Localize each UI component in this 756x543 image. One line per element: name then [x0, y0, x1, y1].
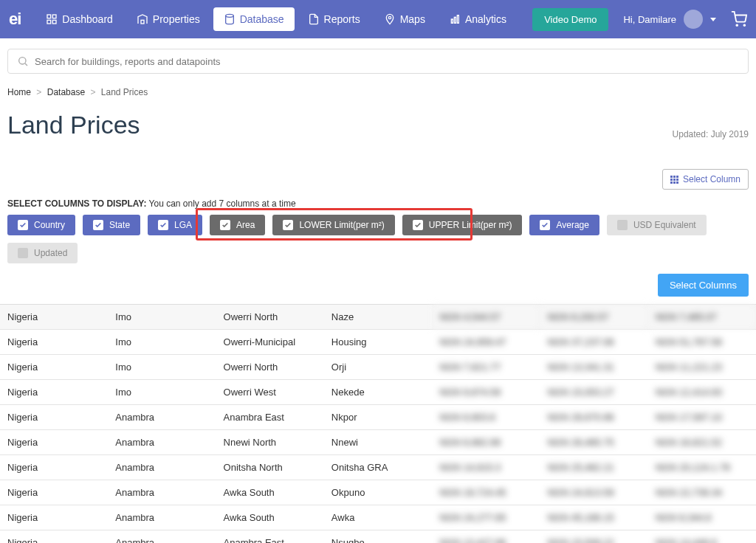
chip-country[interactable]: Country: [7, 215, 75, 235]
search-input[interactable]: [35, 56, 739, 67]
chip-label: UPPER Limit(per m²): [429, 220, 512, 230]
data-table: NigeriaImoOwerri NorthNazeNGN 4,544.57NG…: [0, 304, 756, 543]
video-demo-button[interactable]: Video Demo: [532, 8, 608, 31]
nav-reports[interactable]: Reports: [298, 7, 371, 31]
cell-country: Nigeria: [0, 480, 108, 505]
chip-state[interactable]: State: [83, 215, 140, 235]
table-row: NigeriaAnambraAnambra EastNsugbeNGN 13,4…: [0, 530, 756, 544]
cell-state: Imo: [108, 305, 216, 330]
chip-usd[interactable]: USD Equivalent: [607, 215, 707, 235]
select-column-label: Select Column: [683, 174, 740, 184]
select-columns-button[interactable]: Select Columns: [658, 274, 749, 297]
column-selector-panel: SELECT COLUMNS TO DISPLAY: You can only …: [0, 194, 756, 271]
svg-rect-9: [457, 15, 458, 24]
cell-average: NGN 7,485.07: [648, 305, 756, 330]
cell-lower: NGN 4,544.57: [432, 305, 540, 330]
maps-icon: [384, 13, 396, 25]
cell-state: Anambra: [108, 480, 216, 505]
cart-icon[interactable]: [731, 11, 747, 27]
cell-area: Nekede: [324, 380, 432, 405]
chip-updated[interactable]: Updated: [7, 243, 78, 263]
select-columns-row: Select Columns: [0, 271, 756, 304]
cell-upper: NGN 26,465.75: [540, 430, 647, 455]
checkbox-icon: [93, 220, 103, 230]
checkbox-icon: [18, 248, 28, 258]
title-row: Land Prices Updated: July 2019: [0, 100, 756, 147]
cell-state: Anambra: [108, 530, 216, 544]
select-column-button[interactable]: Select Column: [662, 169, 749, 190]
nav-maps[interactable]: Maps: [374, 7, 436, 31]
cell-average: NGN 12,414.93: [648, 380, 756, 405]
svg-rect-3: [53, 20, 57, 24]
column-panel-label: SELECT COLUMNS TO DISPLAY: You can only …: [7, 198, 749, 209]
cell-average: NGN 11,221.23: [648, 355, 756, 380]
breadcrumb-home[interactable]: Home: [7, 87, 31, 97]
cell-country: Nigeria: [0, 305, 108, 330]
nav-items: Dashboard Properties Database Reports Ma…: [35, 7, 532, 31]
nav-label: Maps: [400, 13, 425, 25]
cell-lga: Owerri-Municipal: [216, 330, 324, 355]
cell-area: Housing: [324, 330, 432, 355]
nav-database[interactable]: Database: [213, 7, 295, 31]
cell-average: NGN 20,124.1.78: [648, 455, 756, 480]
nav-properties[interactable]: Properties: [126, 7, 210, 31]
table-row: NigeriaAnambraAnambra EastNkporNGN 8,903…: [0, 405, 756, 430]
checkbox-icon: [540, 220, 550, 230]
chip-average[interactable]: Average: [529, 215, 599, 235]
chip-label: Country: [34, 220, 65, 230]
checkbox-icon: [617, 220, 628, 230]
chip-label: Updated: [34, 248, 67, 258]
table-row: NigeriaAnambraAwka SouthOkpunoNGN 19,724…: [0, 480, 756, 505]
nav-label: Dashboard: [62, 13, 113, 25]
search-container: [0, 38, 756, 80]
cell-area: Nnewi: [324, 430, 432, 455]
grid-icon: [670, 176, 678, 184]
cell-upper: NGN 15,053.27: [540, 380, 647, 405]
cell-lga: Awka South: [216, 480, 324, 505]
chip-upper[interactable]: UPPER Limit(per m²): [402, 215, 523, 235]
cell-upper: NGN 45,166.15: [540, 505, 647, 530]
svg-point-12: [19, 58, 26, 64]
svg-rect-4: [141, 20, 144, 24]
dashboard-icon: [46, 13, 58, 25]
cell-lga: Anambra East: [216, 530, 324, 544]
svg-line-13: [25, 63, 27, 66]
cell-lga: Owerri North: [216, 355, 324, 380]
updated-label: Updated: July 2019: [673, 129, 749, 139]
cell-upper: NGN 15,509.22: [540, 530, 647, 544]
column-panel-label-strong: SELECT COLUMNS TO DISPLAY:: [7, 198, 146, 209]
cell-lower: NGN 9,874.59: [432, 380, 540, 405]
breadcrumb-database[interactable]: Database: [47, 87, 85, 97]
top-nav: ei Dashboard Properties Database Reports…: [0, 0, 756, 38]
nav-dashboard[interactable]: Dashboard: [35, 7, 123, 31]
svg-rect-1: [53, 15, 57, 18]
cell-average: NGN 14,448.9: [648, 530, 756, 544]
svg-point-10: [736, 24, 738, 26]
table-row: NigeriaImoOwerri NorthOrjiNGN 7,821.77NG…: [0, 355, 756, 380]
cell-country: Nigeria: [0, 405, 108, 430]
user-menu[interactable]: Hi, Damilare: [623, 10, 747, 29]
cell-country: Nigeria: [0, 380, 108, 405]
table-row: NigeriaAnambraNnewi NorthNnewiNGN 6,982.…: [0, 430, 756, 455]
cell-lga: Awka South: [216, 505, 324, 530]
chip-lga[interactable]: LGA: [148, 215, 202, 235]
nav-label: Properties: [153, 13, 200, 25]
chip-label: State: [109, 220, 130, 230]
nav-analytics[interactable]: Analytics: [439, 7, 517, 31]
cell-state: Anambra: [108, 505, 216, 530]
search-box[interactable]: [7, 49, 749, 74]
svg-rect-8: [454, 17, 456, 23]
cell-average: NGN 51,767.58: [648, 330, 756, 355]
chip-area[interactable]: Area: [210, 215, 265, 235]
svg-point-5: [225, 14, 233, 17]
cell-upper: NGN 8,200.57: [540, 305, 647, 330]
chip-lower[interactable]: LOWER Limit(per m²): [272, 215, 394, 235]
cell-lower: NGN 19,724.45: [432, 480, 540, 505]
search-icon: [17, 55, 29, 67]
chip-label: LGA: [174, 220, 192, 230]
cell-upper: NGN 13,341.31: [540, 355, 647, 380]
cell-area: Naze: [324, 305, 432, 330]
cell-lower: NGN 6,982.99: [432, 430, 540, 455]
cell-lga: Nnewi North: [216, 430, 324, 455]
table-row: NigeriaImoOwerri WestNekedeNGN 9,874.59N…: [0, 380, 756, 405]
